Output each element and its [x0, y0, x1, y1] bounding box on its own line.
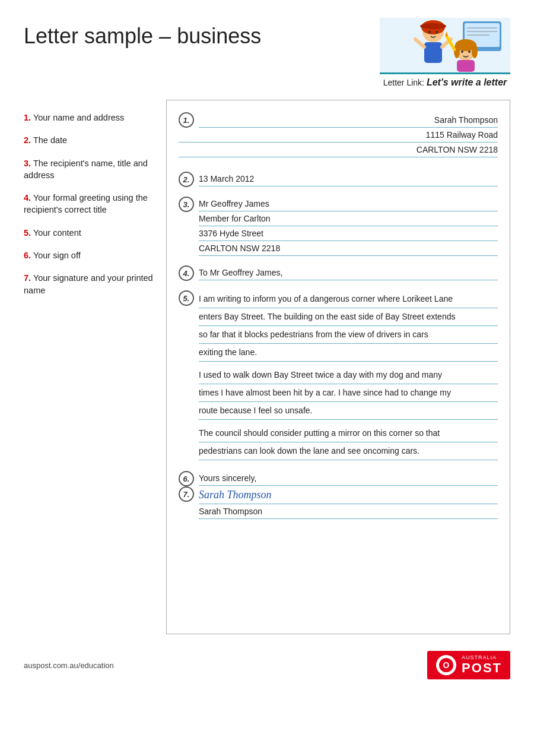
auspost-post: POST [462, 660, 502, 675]
sidebar-num-1: 1. [24, 113, 31, 122]
letter-section-7: 7. Sarah Thompson Sarah Thompson [179, 486, 498, 519]
sidebar-label-2: The date [33, 135, 67, 145]
svg-line-11 [415, 39, 424, 47]
sidebar-label-6: Your sign off [33, 251, 81, 260]
sidebar-item-5: 5. Your content [24, 227, 154, 239]
letter-link-label: Letter Link: Let's write a letter [383, 77, 507, 88]
content-paragraph-2: I used to walk down Bay Street twice a d… [199, 366, 498, 420]
sidebar-label-1: Your name and address [33, 113, 124, 122]
circle-1: 1. [179, 112, 194, 128]
letter-section-5: 5. I am writing to inform you of a dange… [179, 290, 498, 465]
sidebar-item-3: 3. The recipient's name, title and addre… [24, 157, 154, 182]
recipient-title: Member for Carlton [199, 211, 498, 226]
sidebar-item-6: 6. Your sign off [24, 249, 154, 261]
header-right: Letter Link: Let's write a letter [380, 18, 510, 88]
content-paragraph-3: The council should consider putting a mi… [199, 425, 498, 460]
letter-section-4: 4. To Mr Geoffrey James, [179, 265, 498, 281]
sidebar-label-4: Your formal greeting using the recipient… [24, 193, 148, 214]
sidebar-item-2: 2. The date [24, 134, 154, 146]
circle-6: 6. [179, 471, 194, 486]
svg-point-16 [472, 44, 478, 58]
signoff-line: Yours sincerely, [199, 471, 498, 486]
sidebar-label-3: The recipient's name, title and address [24, 159, 148, 180]
svg-point-8 [428, 31, 431, 33]
circle-4: 4. [179, 265, 194, 281]
svg-text:O: O [443, 660, 450, 670]
main-content: 1. Your name and address 2. The date 3. … [24, 100, 510, 634]
svg-marker-21 [445, 31, 448, 36]
mascot-image [380, 18, 510, 74]
content-p3-l1: The council should consider putting a mi… [199, 425, 498, 442]
circle-5: 5. [179, 290, 194, 306]
auspost-logo: O AUSTRALIA POST [427, 651, 510, 679]
content-p2-l2: times I have almost been hit by a car. I… [199, 384, 498, 402]
circle-7: 7. [179, 486, 194, 502]
page-header: Letter sample – business [24, 18, 510, 88]
svg-point-7 [420, 23, 446, 29]
content-p1-l3: so far that it blocks pedestrians from t… [199, 326, 498, 344]
letter-section-3: 3. Mr Geoffrey James Member for Carlton … [179, 197, 498, 256]
printed-name-line: Sarah Thompson [199, 504, 498, 519]
svg-point-17 [461, 50, 463, 53]
signature-italic: Sarah Thompson [199, 488, 272, 502]
greeting-line: To Mr Geoffrey James, [199, 265, 498, 280]
content-p2-l3: route because I feel so unsafe. [199, 402, 498, 420]
letter-section-2: 2. 13 March 2012 [179, 172, 498, 187]
address-name-row: 1. Sarah Thompson [179, 112, 498, 128]
svg-point-18 [468, 50, 471, 53]
letter-link-bold: Let's write a letter [427, 77, 507, 87]
sidebar-label-7: Your signature and your printed name [24, 273, 153, 295]
svg-point-9 [436, 31, 438, 33]
circle-2: 2. [179, 172, 194, 187]
signature-line: Sarah Thompson [199, 486, 498, 504]
recipient-name: Mr Geoffrey James [199, 197, 498, 211]
svg-rect-19 [457, 60, 475, 72]
sidebar-num-6: 6. [24, 251, 31, 260]
content-p2-l1: I used to walk down Bay Street twice a d… [199, 366, 498, 384]
page-title: Letter sample – business [24, 24, 261, 49]
sender-name: Sarah Thompson [199, 113, 498, 128]
content-p1-l1: I am writing to inform you of a dangerou… [199, 290, 498, 308]
sender-address1: 1115 Railway Road [179, 128, 498, 143]
letter-section-1: 1. Sarah Thompson 1115 Railway Road CARL… [179, 112, 498, 157]
sidebar-label-5: Your content [33, 228, 81, 238]
recipient-address1: 3376 Hyde Street [199, 226, 498, 241]
letter-box: 1. Sarah Thompson 1115 Railway Road CARL… [166, 100, 510, 634]
content-p1-l2: enters Bay Street. The building on the e… [199, 308, 498, 326]
content-p1-l4: exiting the lane. [199, 344, 498, 362]
footer-url: auspost.com.au/education [24, 661, 114, 670]
sidebar-item-7: 7. Your signature and your printed name [24, 272, 154, 296]
page-footer: auspost.com.au/education O AUSTRALIA POS… [24, 646, 510, 679]
sidebar: 1. Your name and address 2. The date 3. … [24, 100, 154, 634]
auspost-australia: AUSTRALIA [462, 654, 502, 660]
letter-section-6: 6. Yours sincerely, [179, 471, 498, 486]
content-paragraph-1: I am writing to inform you of a dangerou… [199, 290, 498, 362]
sidebar-num-4: 4. [24, 193, 31, 203]
recipient-address2: CARLTON NSW 2218 [199, 241, 498, 256]
sidebar-num-7: 7. [24, 273, 31, 283]
sidebar-item-1: 1. Your name and address [24, 112, 154, 124]
date-line: 13 March 2012 [199, 172, 498, 186]
sidebar-item-4: 4. Your formal greeting using the recipi… [24, 192, 154, 216]
content-p3-l2: pedestrians can look down the lane and s… [199, 442, 498, 460]
sidebar-num-3: 3. [24, 159, 31, 168]
auspost-icon: O [436, 654, 457, 676]
sidebar-num-2: 2. [24, 135, 31, 145]
svg-rect-10 [424, 42, 442, 63]
sender-address2: CARLTON NSW 2218 [179, 143, 498, 157]
circle-3: 3. [179, 197, 194, 212]
sidebar-num-5: 5. [24, 228, 31, 238]
